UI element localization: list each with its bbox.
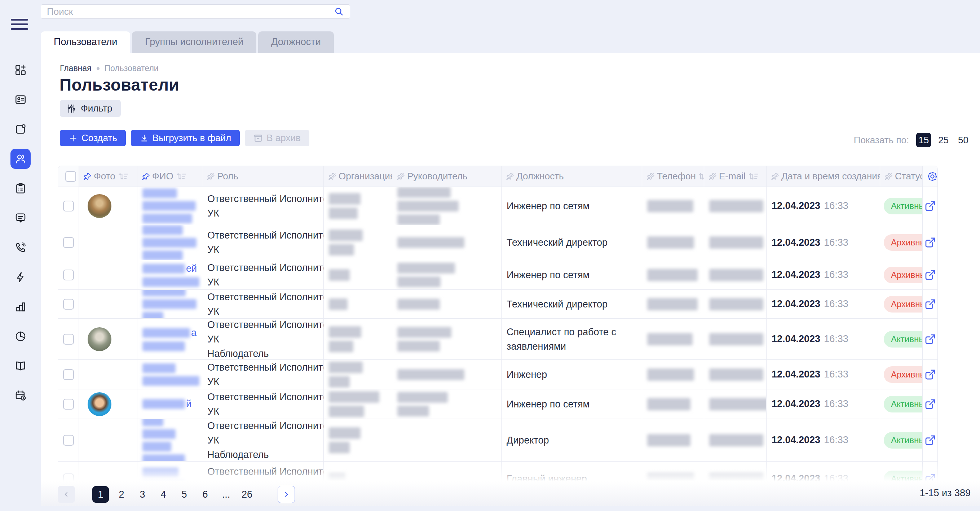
breadcrumb-home[interactable]: Главная (60, 64, 92, 73)
pin-icon[interactable] (142, 172, 151, 181)
column-header-name[interactable]: ФИО (137, 166, 202, 187)
external-link-icon[interactable] (924, 398, 936, 410)
tab-positions[interactable]: Должности (258, 31, 334, 53)
menu-icon[interactable] (11, 19, 28, 30)
sort-icon[interactable] (698, 172, 704, 181)
share-icon[interactable] (10, 119, 31, 139)
external-link-icon[interactable] (924, 369, 936, 381)
row-checkbox[interactable] (63, 369, 74, 380)
redacted-text (397, 369, 465, 380)
row-checkbox[interactable] (63, 334, 74, 345)
archive-button[interactable]: В архив (245, 130, 309, 146)
column-header-email[interactable]: E-mail (704, 166, 767, 187)
photo-cell (79, 360, 137, 390)
column-header-photo[interactable]: Фото (79, 166, 137, 187)
sort-icon[interactable] (118, 172, 128, 181)
column-header-phone[interactable]: Телефон (642, 166, 704, 187)
page-size-option[interactable]: 15 (916, 133, 931, 147)
sort-icon[interactable] (176, 172, 186, 181)
manager-cell (392, 187, 501, 225)
external-link-icon[interactable] (924, 236, 936, 249)
column-header-organization[interactable]: Организация (324, 166, 392, 187)
search-input[interactable] (47, 6, 334, 17)
pin-off-icon[interactable] (328, 172, 337, 181)
pin-off-icon[interactable] (885, 172, 894, 181)
select-all-checkbox[interactable] (65, 171, 76, 182)
book-icon[interactable] (10, 356, 31, 376)
redacted-text (709, 369, 763, 381)
column-header-manager[interactable]: Руководитель (392, 166, 501, 187)
widgets-plus-icon[interactable] (10, 60, 31, 80)
phone-call-icon[interactable] (10, 238, 31, 258)
pagination-page[interactable]: 4 (155, 486, 172, 503)
external-link-icon[interactable] (924, 333, 936, 345)
name-cell[interactable]: ей (137, 260, 202, 290)
name-cell[interactable] (137, 225, 202, 260)
pagination-next-button[interactable] (278, 486, 295, 503)
export-button[interactable]: Выгрузить в файл (131, 130, 240, 146)
filter-button[interactable]: Фильтр (60, 100, 121, 117)
breadcrumb: Главная Пользователи (60, 64, 159, 73)
pagination-page[interactable]: 2 (113, 486, 130, 503)
pagination-page[interactable]: 6 (197, 486, 213, 503)
avatar (88, 392, 111, 416)
search-icon[interactable] (334, 6, 344, 17)
pin-off-icon[interactable] (207, 172, 216, 181)
gear-icon[interactable] (926, 170, 938, 183)
lightning-icon[interactable] (10, 267, 31, 287)
pin-off-icon[interactable] (397, 172, 406, 181)
chat-icon[interactable] (10, 208, 31, 228)
id-card-icon[interactable] (10, 89, 31, 110)
clipboard-icon[interactable] (10, 178, 31, 198)
users-icon[interactable] (10, 149, 31, 169)
external-link-icon[interactable] (924, 269, 936, 281)
row-checkbox[interactable] (63, 399, 74, 410)
tab-executor-groups[interactable]: Группы исполнителей (132, 31, 256, 53)
pin-off-icon[interactable] (708, 172, 718, 181)
content-panel: Главная Пользователи Пользователи Фильтр… (41, 53, 980, 506)
name-cell[interactable] (137, 360, 202, 390)
sort-icon[interactable] (748, 172, 759, 181)
column-header-role[interactable]: Роль (202, 166, 324, 187)
column-header-status[interactable]: Статус (880, 166, 923, 187)
pagination-page[interactable]: 1 (92, 486, 109, 503)
redacted-text (709, 236, 763, 249)
row-checkbox[interactable] (63, 435, 74, 446)
organization-cell (324, 260, 392, 290)
external-link-icon[interactable] (924, 434, 936, 446)
pagination-page[interactable]: 5 (176, 486, 192, 503)
pin-icon[interactable] (83, 172, 92, 181)
name-cell[interactable]: а (137, 319, 202, 360)
row-checkbox[interactable] (63, 299, 74, 310)
name-cell[interactable] (137, 419, 202, 461)
page-size-option[interactable]: 25 (936, 133, 951, 147)
pagination-page[interactable]: 3 (134, 486, 151, 503)
external-link-icon[interactable] (924, 298, 936, 310)
name-cell[interactable]: й (137, 390, 202, 419)
manager-cell (392, 360, 501, 390)
pin-off-icon[interactable] (646, 172, 655, 181)
pin-off-icon[interactable] (771, 172, 780, 181)
create-button[interactable]: Создать (60, 130, 126, 146)
name-cell[interactable] (137, 187, 202, 225)
name-cell[interactable] (137, 290, 202, 319)
row-checkbox[interactable] (63, 237, 74, 248)
external-link-icon[interactable] (924, 200, 936, 212)
pagination-prev-button[interactable] (58, 486, 75, 503)
pagination-page[interactable]: 26 (239, 486, 255, 503)
calendar-clock-icon[interactable] (10, 385, 31, 406)
organization-cell (324, 225, 392, 260)
row-checkbox[interactable] (63, 201, 74, 211)
created-cell: 12.04.202316:33 (767, 390, 880, 419)
bar-chart-icon[interactable] (10, 297, 31, 317)
page-size-option[interactable]: 50 (956, 133, 970, 147)
redacted-text (709, 434, 763, 446)
phone-cell (642, 225, 704, 260)
pie-chart-icon[interactable] (10, 326, 31, 347)
column-header-created[interactable]: Дата и время создания (767, 166, 880, 187)
pin-off-icon[interactable] (506, 172, 515, 181)
position-cell: Инженер по сетям (501, 187, 642, 225)
tab-users[interactable]: Пользователи (41, 31, 130, 53)
row-checkbox[interactable] (63, 270, 74, 280)
column-header-position[interactable]: Должность (501, 166, 642, 187)
